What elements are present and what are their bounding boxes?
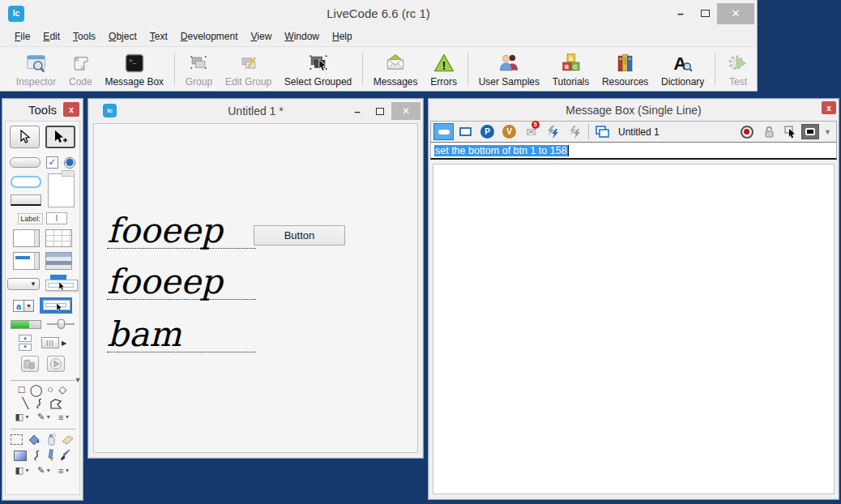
brush-tool[interactable] <box>60 449 71 462</box>
toolbar-errors-button[interactable]: ! Errors <box>424 49 463 89</box>
toolbar-tutorials-button[interactable]: ABC Tutorials <box>546 49 596 89</box>
vector-rectangle-tool[interactable]: □ <box>19 384 25 395</box>
menu-text[interactable]: Text <box>143 28 174 45</box>
menu-window[interactable]: Window <box>278 28 326 45</box>
single-line-mode-button[interactable] <box>433 123 454 140</box>
toolbar-user-samples-button[interactable]: User Samples <box>472 49 546 89</box>
pen-icon: ✎ <box>37 412 45 422</box>
browse-mode-icon <box>805 128 815 135</box>
browse-tool-button[interactable] <box>10 126 40 148</box>
section-collapse-arrow[interactable]: ▼ <box>75 376 82 384</box>
polygon-tool[interactable] <box>50 399 62 409</box>
tools-titlebar: Tools x <box>2 99 83 121</box>
menu-file[interactable]: File <box>8 28 36 45</box>
field-tool[interactable] <box>48 173 75 207</box>
paint-curve-tool[interactable] <box>32 450 41 461</box>
target-stack-selector[interactable]: Untitled 1 <box>618 126 660 138</box>
menu-panel-tool[interactable] <box>40 297 72 314</box>
pen-option-dropdown[interactable]: ✎▼ <box>37 412 51 422</box>
toolbar-messages-button[interactable]: Messages <box>367 49 424 89</box>
paint-fill-dropdown[interactable]: ◧▼ <box>15 465 30 476</box>
list-field-tool[interactable] <box>13 252 40 270</box>
pencil-tool[interactable] <box>47 449 54 462</box>
option-menu-tool[interactable]: ▼ <box>7 278 40 290</box>
text-field-3[interactable]: bam <box>107 318 256 352</box>
popup-menu-tool[interactable] <box>45 275 78 293</box>
scrollbar-tool[interactable]: |||▶ <box>41 337 66 348</box>
card-button[interactable]: Button <box>254 225 345 246</box>
slider-tool[interactable] <box>47 318 75 330</box>
vector-rounded-rect-tool[interactable]: ◯ <box>30 384 43 395</box>
stack-close-button[interactable]: ✕ <box>391 102 420 120</box>
curve-tool[interactable] <box>35 398 44 409</box>
multi-line-mode-button[interactable] <box>455 123 476 140</box>
spray-can-tool[interactable] <box>46 433 56 446</box>
close-button[interactable]: ✕ <box>717 3 754 24</box>
text-field-2[interactable]: fooeep <box>107 266 256 300</box>
message-command-input[interactable]: set the bottom of btn 1 to 158 <box>430 143 837 160</box>
lock-button[interactable] <box>758 123 779 140</box>
checkbox-tool[interactable]: ✓ <box>46 156 58 169</box>
table-field-tool[interactable] <box>45 229 72 247</box>
maximize-button[interactable] <box>693 10 717 17</box>
tools-close-button[interactable]: x <box>63 102 79 117</box>
toolbar-edit-group-button[interactable]: Edit Group <box>219 49 278 89</box>
spinner-tool[interactable]: ▲▼ <box>19 335 32 351</box>
menu-view[interactable]: View <box>245 28 279 45</box>
player-tool-button[interactable] <box>47 356 65 372</box>
fill-option-dropdown[interactable]: ◧▼ <box>15 412 30 422</box>
toolbar-group-button[interactable]: Group <box>179 49 219 89</box>
stack-maximize-button[interactable] <box>369 108 391 115</box>
stack-card-area[interactable]: fooeep Button fooeep bam <box>93 123 418 453</box>
message-box-close-button[interactable]: x <box>822 101 836 114</box>
messages-inactive-button[interactable] <box>565 123 585 140</box>
toolbar-test-button[interactable]: Test <box>719 49 757 89</box>
toolbar-code-button[interactable]: Code <box>62 49 99 89</box>
toolbar-options-dropdown[interactable]: ▼ <box>824 128 831 136</box>
entry-field-tool[interactable]: I <box>46 212 67 224</box>
eraser-tool[interactable] <box>61 434 75 445</box>
combo-box-tool[interactable]: a ▼ <box>13 300 34 312</box>
text-field-1[interactable]: fooeep <box>107 215 256 249</box>
pointer-tool-button[interactable] <box>45 126 75 148</box>
menu-development[interactable]: Development <box>174 28 245 45</box>
pending-messages-button[interactable]: P <box>477 123 497 140</box>
stack-windows-button[interactable] <box>592 123 613 140</box>
rectangle-button-tool[interactable] <box>11 194 41 206</box>
menu-help[interactable]: Help <box>326 28 359 45</box>
record-button[interactable] <box>736 123 757 140</box>
scrolling-field-tool[interactable] <box>13 229 40 247</box>
message-box-output-area[interactable] <box>433 164 835 494</box>
line-style-dropdown[interactable]: ≡▼ <box>58 412 70 422</box>
menu-edit[interactable]: Edit <box>36 28 66 45</box>
data-grid-tool[interactable] <box>45 252 72 270</box>
toolbar-message-box-button[interactable]: >_ Message Box <box>99 49 170 89</box>
progress-bar-tool[interactable] <box>11 320 41 329</box>
paint-line-dropdown[interactable]: ≡▼ <box>58 466 70 476</box>
minimize-button[interactable]: – <box>668 7 693 20</box>
messages-active-button[interactable] <box>543 123 563 140</box>
vector-oval-tool[interactable]: ○ <box>47 384 53 395</box>
menu-tools[interactable]: Tools <box>66 28 102 45</box>
toolbar-inspector-button[interactable]: Inspector <box>10 49 62 89</box>
line-tool[interactable]: ╲ <box>23 398 29 409</box>
toolbar-resources-button[interactable]: Resources <box>596 49 655 89</box>
button-tool[interactable] <box>10 157 41 168</box>
message-queue-button[interactable]: ✉5 <box>521 123 541 140</box>
paint-pen-dropdown[interactable]: ✎▼ <box>37 465 51 476</box>
browse-mode-toggle-button[interactable] <box>801 124 819 139</box>
select-area-tool[interactable] <box>11 434 23 445</box>
stack-minimize-button[interactable]: – <box>346 105 369 117</box>
vector-diamond-tool[interactable]: ◇ <box>58 384 66 395</box>
toolbar-dictionary-button[interactable]: A Dictionary <box>655 49 711 89</box>
menu-object[interactable]: Object <box>102 28 143 45</box>
image-tool-button[interactable] <box>21 356 39 372</box>
toolbar-select-grouped-button[interactable]: Select Grouped <box>278 49 358 89</box>
label-field-tool[interactable]: Label: <box>18 213 43 224</box>
variables-button[interactable]: V <box>499 123 519 140</box>
gradient-rectangle-tool[interactable] <box>14 451 27 461</box>
bucket-fill-tool[interactable] <box>28 434 41 446</box>
radio-button-tool[interactable] <box>64 157 75 169</box>
default-button-tool[interactable] <box>11 176 41 188</box>
pointer-mode-button[interactable] <box>780 123 800 140</box>
